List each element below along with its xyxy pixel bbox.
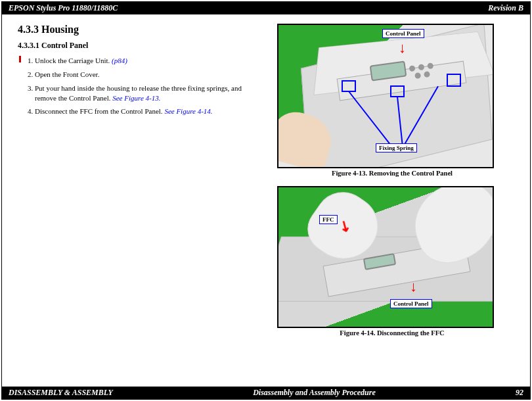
step-text: Open the Front Cover. — [35, 70, 99, 78]
left-column: 4.3.3 Housing 4.3.3.1 Control Panel Unlo… — [18, 24, 251, 337]
arrow-red-down-icon: ↓ — [410, 279, 417, 294]
revision-mark — [19, 56, 21, 62]
fixing-spring-box — [390, 85, 405, 97]
step-text: Disconnect the FFC from the Control Pane… — [35, 107, 164, 115]
panel-button — [424, 71, 430, 78]
panel-button — [427, 62, 433, 69]
page-border: EPSON Stylus Pro 11880/11880C Revision B… — [1, 1, 531, 400]
figure-4-14-caption: Figure 4-14. Disconnecting the FFC — [271, 329, 514, 337]
callout-ffc: FFC — [319, 215, 338, 224]
figure-4-13-caption: Figure 4-13. Removing the Control Panel — [271, 170, 514, 177]
step-item: Put your hand inside the housing to rele… — [35, 83, 251, 103]
header-bar: EPSON Stylus Pro 11880/11880C Revision B — [2, 2, 530, 14]
step-list: Unlock the Carriage Unit. (p84) Open the… — [35, 56, 251, 116]
callout-control-panel: Control Panel — [390, 299, 432, 308]
step-item: Disconnect the FFC from the Control Pane… — [35, 106, 251, 116]
footer-left: DISASSEMBLY & ASSEMBLY — [9, 388, 113, 398]
panel-button — [409, 65, 415, 72]
step-item: Unlock the Carriage Unit. (p84) — [35, 56, 251, 66]
footer-bar: DISASSEMBLY & ASSEMBLY Disassembly and A… — [2, 387, 530, 399]
header-title-right: Revision B — [488, 3, 523, 13]
section-heading: 4.3.3 Housing — [18, 24, 251, 35]
footer-center: Disassembly and Assembly Procedure — [253, 388, 376, 398]
figure-4-14: FFC ↘ Control Panel ↓ — [277, 186, 494, 328]
content-area: 4.3.3 Housing 4.3.3.1 Control Panel Unlo… — [2, 14, 530, 337]
step-text: Unlock the Carriage Unit. — [35, 57, 112, 64]
figure-4-13: Control Panel ↓ Fixing Spring — [277, 24, 494, 168]
callout-control-panel: Control Panel — [382, 29, 424, 38]
subsection-heading: 4.3.3.1 Control Panel — [18, 41, 251, 51]
right-column: Control Panel ↓ Fixing Spring Figure 4-1… — [271, 24, 514, 337]
step-link[interactable]: See Figure 4-14. — [164, 107, 212, 115]
header-title-left: EPSON Stylus Pro 11880/11880C — [9, 3, 118, 13]
step-link[interactable]: See Figure 4-13. — [112, 94, 160, 102]
footer-right: 92 — [516, 388, 523, 398]
arrow-red-down-icon: ↓ — [399, 41, 406, 55]
callout-fixing-spring: Fixing Spring — [376, 143, 417, 153]
panel-button — [418, 64, 424, 70]
step-link[interactable]: (p84) — [112, 57, 127, 64]
step-item: Open the Front Cover. — [35, 70, 251, 80]
panel-button — [414, 72, 421, 79]
fixing-spring-box — [447, 74, 461, 87]
